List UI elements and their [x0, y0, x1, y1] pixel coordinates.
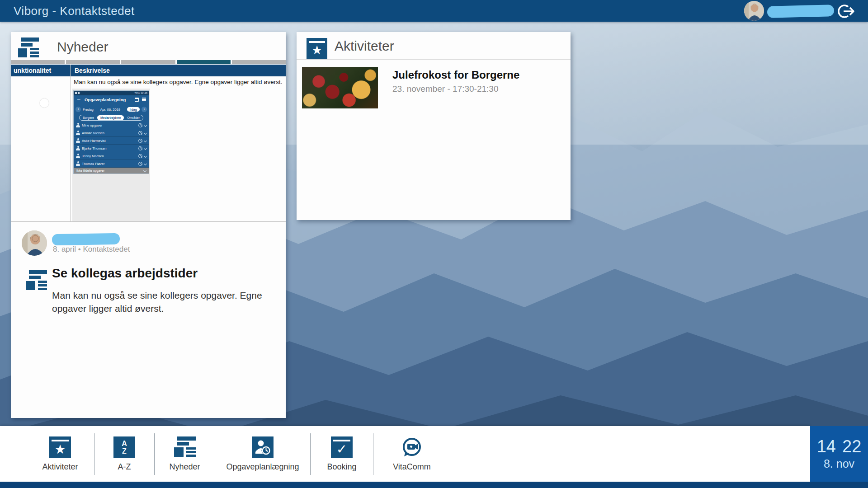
table-column-divider: [70, 65, 71, 221]
divider: [11, 59, 286, 59]
phone-today-button: I dag: [127, 107, 140, 112]
person-icon: [76, 146, 80, 150]
table-header-functionality: unktionalitet: [14, 65, 51, 76]
phone-footer-bar: Ikke tildelte opgaver: [74, 168, 149, 174]
chevron-down-icon: [143, 169, 146, 172]
letter-a: A: [122, 440, 127, 447]
no-entry-icon: [138, 123, 142, 127]
table-bottom-border: [11, 221, 286, 222]
phone-row-label: Mine opgaver: [82, 123, 102, 127]
event-title: Julefrokost for Borgerne: [392, 69, 519, 81]
dock-item-booking[interactable]: ✓ Booking: [311, 426, 373, 482]
divider: [297, 59, 571, 60]
phone-tab-omraader: Områder: [124, 115, 143, 120]
clock-date: 8. nov: [824, 457, 854, 470]
carousel-pager: [11, 60, 286, 64]
logout-icon[interactable]: [836, 1, 856, 21]
status-icon: [78, 92, 80, 94]
phone-day-label: Fredag: [83, 108, 94, 112]
post-news-icon: [26, 270, 47, 291]
bottom-strip: [0, 482, 868, 488]
video-chat-tile-icon: [401, 436, 423, 458]
dock-label: Opgaveplanlægning: [226, 462, 299, 472]
event-datetime: 23. november - 17:30-21:30: [392, 84, 499, 94]
check-glyph: ✓: [331, 441, 353, 457]
table-description-cell: Man kan nu også se sine kollegers opgave…: [74, 79, 284, 85]
pager-segment-active[interactable]: [177, 60, 231, 64]
activities-icon: ★: [307, 38, 327, 59]
booking-tile-icon: ✓: [331, 436, 353, 458]
person-icon: [76, 131, 80, 135]
dock-label: Nyheder: [169, 462, 200, 472]
dock-item-vitacomm[interactable]: VitaComm: [373, 426, 450, 482]
phone-date-label: Apr. 06, 2019: [100, 108, 120, 112]
no-entry-icon: [138, 131, 142, 135]
star-glyph: ★: [307, 43, 327, 57]
dock-item-aktiviteter[interactable]: ★ Aktiviteter: [26, 426, 94, 482]
news-card-title: Nyheder: [57, 39, 108, 55]
phone-date-nav: ‹ Fredag Apr. 06, 2019 I dag ›: [74, 105, 149, 114]
news-icon: [18, 38, 39, 58]
post-heading: Se kollegas arbejdstider: [52, 266, 198, 281]
dock-item-az[interactable]: A Z A-Z: [94, 426, 154, 482]
star-glyph: ★: [49, 442, 71, 457]
prev-day-icon: ‹: [75, 107, 81, 112]
status-text: 73% 12:48: [134, 91, 147, 95]
phone-list-row: Mine opgaver: [74, 122, 149, 129]
dock-item-nyheder[interactable]: Nyheder: [155, 426, 215, 482]
phone-tab-borgere: Borgere: [80, 115, 97, 120]
event-image-christmas: [302, 67, 378, 108]
table-header-row: unktionalitet Beskrivelse: [11, 65, 286, 76]
chevron-down-icon: [144, 131, 147, 134]
chevron-down-icon: [144, 146, 147, 150]
phone-list-row: Bjarke Thomsen: [74, 145, 149, 152]
person-icon: [76, 123, 80, 127]
no-entry-icon: [138, 154, 142, 158]
letter-z: Z: [122, 447, 127, 455]
pager-segment[interactable]: [232, 60, 286, 64]
pager-segment[interactable]: [11, 60, 65, 64]
post-author-avatar: [22, 230, 47, 256]
activities-card: ★ Aktiviteter Julefrokost for Borgerne 2…: [297, 32, 571, 220]
chevron-down-icon: [144, 123, 147, 127]
post-author-name-redaction: [52, 233, 120, 246]
task-planning-tile-icon: [252, 436, 274, 458]
person-icon: [76, 161, 80, 166]
table-header-description: Beskrivelse: [75, 65, 110, 76]
phone-list-row: Aske Harmevist: [74, 137, 149, 145]
app-title: Viborg - Kontaktstedet: [14, 0, 135, 22]
clock-time: 14 22: [817, 437, 862, 455]
table-media-cell: 73% 12:48 ← Opgaveplanlægning ‹ Fredag A…: [72, 89, 150, 221]
touch-cursor-dot: [40, 99, 49, 108]
news-card: Nyheder unktionalitet Beskrivelse Man ka…: [11, 32, 286, 418]
phone-list-row: Amalie Nielsen: [74, 129, 149, 137]
phone-row-label: Thomas Fløver: [82, 162, 104, 166]
pager-segment[interactable]: [66, 60, 120, 64]
phone-row-label: Aske Harmevist: [82, 139, 106, 143]
clock-hours: 14: [817, 437, 836, 455]
phone-tabs: Borgere Medarbejdere Områder: [74, 114, 149, 122]
news-tile-icon: [174, 436, 196, 458]
post-body: Man kan nu også se sine kollegers opgave…: [52, 289, 268, 315]
event-item[interactable]: Julefrokost for Borgerne 23. november - …: [297, 62, 571, 117]
clock-widget: 14 22 8. nov: [810, 426, 868, 482]
phone-row-label: Jenny Madsen: [82, 154, 104, 158]
az-tile-icon: A Z: [113, 436, 135, 458]
user-avatar[interactable]: [744, 1, 764, 21]
pager-segment[interactable]: [121, 60, 175, 64]
phone-app-bar: ← Opgaveplanlægning: [74, 95, 149, 105]
calendar-icon: [135, 98, 139, 102]
activities-tile-icon: ★: [49, 436, 71, 458]
phone-screenshot-image: 73% 12:48 ← Opgaveplanlægning ‹ Fredag A…: [73, 90, 149, 174]
phone-row-label: Amalie Nielsen: [82, 131, 104, 135]
user-photo: [744, 1, 764, 21]
person-icon: [76, 138, 80, 143]
phone-list-row: Jenny Madsen: [74, 152, 149, 160]
back-arrow-icon: ←: [76, 96, 81, 101]
dock-item-opgaveplanlaegning[interactable]: Opgaveplanlægning: [215, 426, 310, 482]
no-entry-icon: [138, 162, 142, 166]
next-day-icon: ›: [142, 107, 147, 112]
phone-footer-label: Ikke tildelte opgaver: [76, 169, 104, 172]
chevron-down-icon: [144, 154, 147, 157]
phone-status-bar: 73% 12:48: [74, 91, 149, 95]
